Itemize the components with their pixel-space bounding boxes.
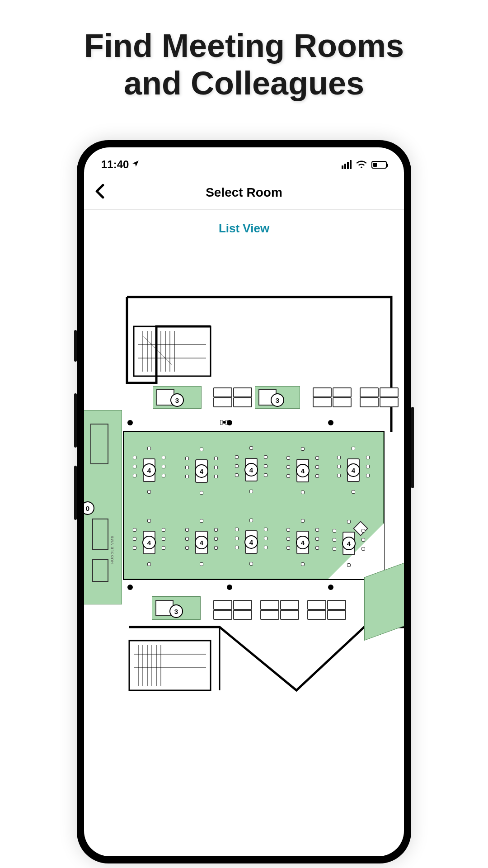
desk-cluster [260,600,299,620]
phone-silence-switch [74,330,77,362]
desk-cluster [213,600,252,620]
battery-icon [371,161,387,169]
desk-cluster [313,387,352,407]
room-capacity-badge[interactable]: 3 [169,604,183,618]
status-bar: 11:40 [84,147,404,175]
pillar-icon [127,420,133,425]
page-title: Select Room [206,185,282,200]
phone-vol-down [74,466,77,520]
phone-mockup-frame: 11:40 Select Room List View [77,140,411,863]
pillar-icon [328,420,333,425]
room-capacity-badge[interactable]: 4 [142,536,156,549]
phone-power-button [411,407,414,488]
pillar-icon [227,585,232,590]
marketing-headline: Find Meeting Rooms and Colleagues [0,0,488,102]
wifi-icon [356,158,367,171]
phone-screen: 11:40 Select Room List View [84,147,404,856]
list-view-toggle[interactable]: List View [84,210,404,247]
desk-cluster [360,387,399,407]
room-capacity-badge[interactable]: 4 [296,536,310,549]
side-room-label: HUDDLE VMB [110,536,114,564]
room-capacity-badge[interactable]: 4 [347,463,360,477]
room-capacity-badge[interactable]: 4 [195,536,208,549]
room-capacity-badge[interactable]: 4 [244,535,258,549]
pillar-icon [328,585,333,590]
side-cabinet [92,519,108,550]
cellular-signal-icon [342,160,352,169]
status-time: 11:40 [101,158,129,171]
status-bar-left: 11:40 [101,158,140,171]
svg-rect-0 [134,326,211,376]
amenity-icons: ▯●▯ [220,418,228,425]
phone-vol-up [74,393,77,448]
desk-cluster [213,387,252,407]
side-cabinet [90,424,108,464]
side-cabinet [92,559,108,582]
navigation-bar: Select Room [84,175,404,210]
headline-line-1: Find Meeting Rooms [84,28,404,64]
headline-line-2: and Colleagues [124,65,364,101]
pillar-icon [127,585,133,590]
svg-rect-12 [129,641,211,690]
desk-cluster [307,600,346,620]
floorplan-map[interactable]: HUDDLE VMB [84,247,404,745]
room-capacity-badge[interactable]: 4 [244,463,258,476]
room-capacity-badge[interactable]: 3 [271,393,284,407]
back-button[interactable] [95,184,105,202]
room-capacity-badge[interactable]: 4 [296,464,310,477]
status-bar-right [342,158,387,171]
room-capacity-badge[interactable]: 4 [142,463,156,477]
room-capacity-badge[interactable]: 4 [342,537,356,550]
location-services-icon [131,160,140,170]
room-capacity-badge[interactable]: 3 [170,393,184,407]
room-capacity-badge[interactable]: 4 [195,464,208,478]
